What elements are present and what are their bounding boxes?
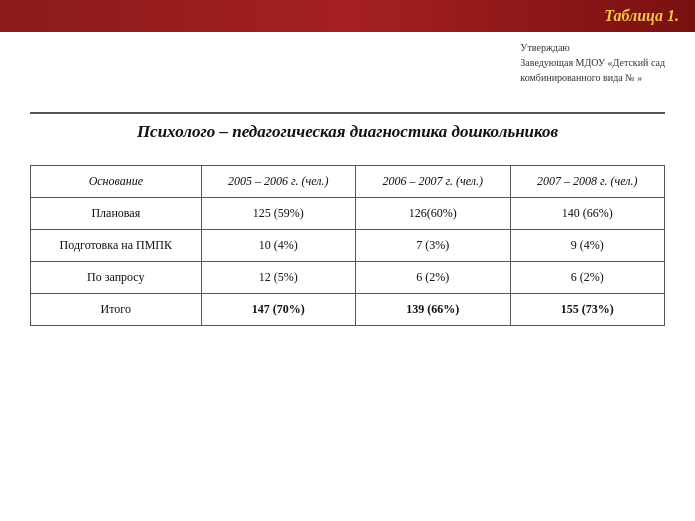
main-title: Психолого – педагогическая диагностика д…	[30, 122, 665, 142]
table-title: Таблица 1.	[604, 7, 679, 25]
approval-line1: Утверждаю	[520, 40, 665, 55]
top-bar: Таблица 1.	[0, 0, 695, 32]
col-header-1: 2005 – 2006 г. (чел.)	[201, 166, 355, 198]
col-header-0: Основание	[31, 166, 202, 198]
row-cell-3: 9 (4%)	[510, 230, 664, 262]
row-cell-2: 7 (3%)	[356, 230, 510, 262]
row-label: Итого	[31, 294, 202, 326]
row-label: По запросу	[31, 262, 202, 294]
row-cell-3: 155 (73%)	[510, 294, 664, 326]
row-cell-1: 12 (5%)	[201, 262, 355, 294]
approval-block: Утверждаю Заведующая МДОУ «Детский сад к…	[520, 40, 665, 85]
row-cell-2: 126(60%)	[356, 198, 510, 230]
row-label: Подготовка на ПМПК	[31, 230, 202, 262]
row-cell-2: 6 (2%)	[356, 262, 510, 294]
row-cell-1: 125 (59%)	[201, 198, 355, 230]
table-row: Плановая125 (59%)126(60%)140 (66%)	[31, 198, 665, 230]
approval-line2: Заведующая МДОУ «Детский сад	[520, 55, 665, 70]
approval-line3: комбинированного вида № »	[520, 70, 665, 85]
row-cell-1: 147 (70%)	[201, 294, 355, 326]
col-header-2: 2006 – 2007 г. (чел.)	[356, 166, 510, 198]
row-cell-1: 10 (4%)	[201, 230, 355, 262]
table-row: Итого147 (70%)139 (66%)155 (73%)	[31, 294, 665, 326]
diagnostics-table: Основание 2005 – 2006 г. (чел.) 2006 – 2…	[30, 165, 665, 326]
col-header-3: 2007 – 2008 г. (чел.)	[510, 166, 664, 198]
row-cell-3: 6 (2%)	[510, 262, 664, 294]
row-cell-2: 139 (66%)	[356, 294, 510, 326]
table-row: Подготовка на ПМПК10 (4%)7 (3%)9 (4%)	[31, 230, 665, 262]
row-cell-3: 140 (66%)	[510, 198, 664, 230]
row-label: Плановая	[31, 198, 202, 230]
table-row: По запросу12 (5%)6 (2%)6 (2%)	[31, 262, 665, 294]
divider	[30, 112, 665, 114]
table-header-row: Основание 2005 – 2006 г. (чел.) 2006 – 2…	[31, 166, 665, 198]
table-container: Основание 2005 – 2006 г. (чел.) 2006 – 2…	[30, 165, 665, 326]
